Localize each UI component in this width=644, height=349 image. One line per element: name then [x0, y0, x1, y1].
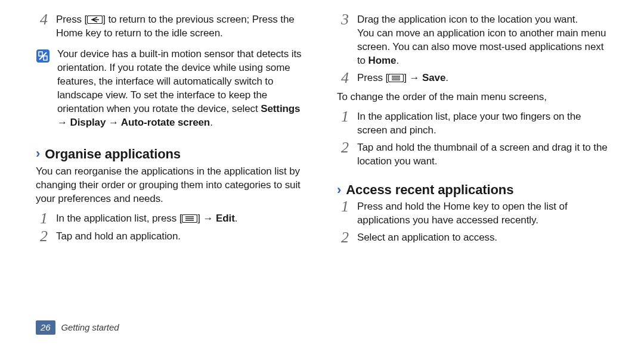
step-text: Press [ ] → Save.: [357, 71, 448, 85]
section-paragraph: You can reorganise the applications in t…: [36, 165, 307, 206]
chevron-icon: ›: [36, 147, 40, 160]
step-number: 1: [337, 109, 349, 124]
step-number: 4: [337, 70, 349, 86]
step-text: Press [ ] to return to the previous scre…: [56, 13, 307, 40]
section-heading-access-recent: › Access recent applications: [337, 181, 608, 199]
access-recent-step-1: 1 Press and hold the Home key to open th…: [337, 200, 608, 228]
page-number-badge: 26: [36, 320, 55, 335]
step-text: Tap and hold the thumbnail of a screen a…: [357, 141, 608, 169]
page-footer: 26 Getting started: [36, 320, 119, 335]
step-text: In the application list, place your two …: [357, 110, 608, 138]
step-text: In the application list, press [ ] → Edi…: [56, 212, 237, 226]
text-bold: Edit: [216, 213, 235, 224]
step-number: 4: [36, 12, 48, 27]
menu-key-icon: [388, 73, 404, 81]
step-number: 2: [337, 140, 349, 155]
note-box: Your device has a built-in motion sensor…: [36, 48, 307, 130]
right-step-4: 4 Press [ ] → Save.: [337, 71, 608, 86]
step-text: Drag the application icon to the locatio…: [357, 13, 608, 68]
text-bold: Save: [422, 72, 445, 83]
step-text: Press and hold the Home key to open the …: [357, 200, 608, 228]
note-icon: [36, 49, 50, 63]
heading-text: Access recent applications: [346, 181, 513, 199]
text-part: ] →: [404, 72, 422, 83]
change-order-intro: To change the order of the main menu scr…: [337, 91, 608, 104]
step-number: 1: [337, 199, 349, 214]
text-part: .: [210, 117, 213, 128]
text-part: .: [396, 55, 399, 66]
right-step-3: 3 Drag the application icon to the locat…: [337, 13, 608, 68]
step-number: 2: [337, 230, 349, 245]
note-text: Your device has a built-in motion sensor…: [57, 48, 307, 130]
organise-step-2: 2 Tap and hold an application.: [36, 230, 307, 244]
text-bold: Home: [369, 55, 397, 66]
change-order-step-1: 1 In the application list, place your tw…: [337, 110, 608, 138]
back-key-icon: [87, 14, 103, 23]
change-order-step-2: 2 Tap and hold the thumbnail of a screen…: [337, 141, 608, 169]
text-part: ] →: [197, 213, 216, 224]
chevron-icon: ›: [337, 183, 341, 197]
footer-section-label: Getting started: [61, 322, 119, 334]
step-number: 1: [36, 211, 48, 226]
heading-text: Organise applications: [45, 145, 181, 163]
text-part: .: [445, 72, 448, 83]
step-text: Tap and hold an application.: [56, 230, 181, 244]
menu-key-icon: [182, 213, 197, 222]
text-line: Drag the application icon to the locatio…: [357, 14, 578, 25]
right-column: 3 Drag the application icon to the locat…: [337, 13, 608, 322]
text-part: In the application list, press [: [56, 213, 182, 224]
text-part: .: [235, 213, 238, 224]
section-heading-organise: › Organise applications: [36, 145, 307, 163]
organise-step-1: 1 In the application list, press [ ] → E…: [36, 212, 307, 226]
left-step-4: 4 Press [ ] to return to the previous sc…: [36, 13, 307, 40]
step-text: Select an application to access.: [357, 231, 497, 245]
text-part: Press [: [56, 14, 87, 25]
text-part: Press [: [357, 72, 388, 83]
step-number: 3: [337, 12, 349, 27]
manual-page: 4 Press [ ] to return to the previous sc…: [0, 0, 644, 322]
access-recent-step-2: 2 Select an application to access.: [337, 231, 608, 245]
left-column: 4 Press [ ] to return to the previous sc…: [36, 13, 307, 322]
step-number: 2: [36, 229, 48, 244]
